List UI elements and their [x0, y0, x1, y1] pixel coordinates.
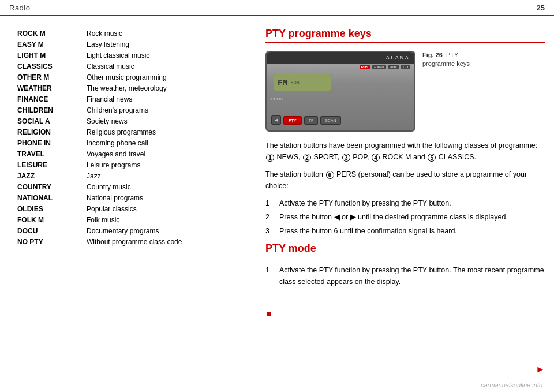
- pty-description: Incoming phone call: [87, 137, 248, 148]
- pty-code: LEISURE: [17, 159, 87, 170]
- step-2: 2 Press the button ◀ or ▶ until the desi…: [265, 211, 545, 223]
- pty-description: Leisure programs: [87, 159, 248, 170]
- pty-description: Society news: [87, 115, 248, 126]
- pty-description: Rock music: [87, 28, 248, 39]
- display-fm: FM: [278, 78, 287, 87]
- table-row: JAZZ Jazz: [17, 170, 248, 181]
- pty-description: Without programme class code: [87, 236, 248, 247]
- radio-bottom-controls: ◀ PTY TF SCAN: [271, 115, 410, 125]
- table-row: NATIONAL National programs: [17, 192, 248, 203]
- pty-description: Other music programming: [87, 72, 248, 83]
- prev-button: ◀: [271, 115, 281, 125]
- pty-keys-description-2: The station button 6 PERS (personal) can…: [265, 169, 545, 192]
- pty-code: FOLK M: [17, 214, 87, 225]
- pty-keys-steps: 1 Activate the PTY function by pressing …: [265, 197, 545, 237]
- left-column: ROCK M Rock music EASY M Easy listening …: [17, 28, 260, 386]
- circle-2: 2: [303, 154, 311, 162]
- next-arrow[interactable]: ►: [536, 364, 545, 375]
- table-row: CHILDREN Children's programs: [17, 104, 248, 115]
- pty-box-btn: PTY: [413, 199, 427, 207]
- pty-code: COUNTRY: [17, 181, 87, 192]
- pty-description: Financial news: [87, 94, 248, 104]
- pty-description: Classical music: [87, 61, 248, 72]
- pty-code: CLASSICS: [17, 61, 87, 72]
- main-content: ROCK M Rock music EASY M Easy listening …: [0, 16, 554, 392]
- pty-code: RELIGION: [17, 126, 87, 137]
- step-3: 3 Press the button 6 until the confirmat…: [265, 225, 545, 237]
- fig-label: Fig. 26: [422, 51, 443, 58]
- tf-button: TF: [304, 116, 319, 125]
- pty-description: National programs: [87, 192, 248, 203]
- step-1-text: Activate the PTY function by pressing th…: [279, 197, 545, 209]
- pty-code: WEATHER: [17, 83, 87, 94]
- step-1-num: 1: [265, 197, 274, 209]
- circle-1: 1: [266, 154, 274, 162]
- pty-description: Jazz: [87, 170, 248, 181]
- pty-code: NO PTY: [17, 236, 87, 247]
- step-2-text: Press the button ◀ or ▶ until the desire…: [279, 211, 545, 223]
- pty-code: FINANCE: [17, 94, 87, 104]
- left-arrow-btn: ◀: [334, 213, 340, 221]
- pty-code: JAZZ: [17, 170, 87, 181]
- six-box-btn: 6: [334, 227, 338, 235]
- pty-description: Easy listening: [87, 39, 248, 50]
- table-row: NO PTY Without programme class code: [17, 236, 248, 247]
- pty-description: Children's programs: [87, 104, 248, 115]
- radio-brand: ALANA: [386, 55, 410, 61]
- pty-description: Popular classics: [87, 203, 248, 214]
- radio-prog-label: PROG: [271, 97, 283, 101]
- pty-code: SOCIAL A: [17, 115, 87, 126]
- table-row: WEATHER The weather, meteorology: [17, 83, 248, 94]
- table-row: TRAVEL Voyages and travel: [17, 148, 248, 159]
- table-row: SOCIAL A Society news: [17, 115, 248, 126]
- pty-code: TRAVEL: [17, 148, 87, 159]
- scan-button: SCAN: [320, 116, 340, 125]
- circle-6: 6: [326, 171, 334, 179]
- pty-mode-box-btn: PTY: [413, 266, 427, 274]
- page-number: 25: [537, 3, 545, 12]
- page-header: Radio 25: [0, 0, 554, 16]
- pty-code: ROCK M: [17, 28, 87, 39]
- right-arrow-btn: ▶: [350, 213, 356, 221]
- pty-description: Country music: [87, 181, 248, 192]
- pty-description: The weather, meteorology: [87, 83, 248, 94]
- table-row: CLASSICS Classical music: [17, 61, 248, 72]
- table-row: LIGHT M Light classical music: [17, 50, 248, 61]
- rds-button: RDS: [360, 65, 370, 69]
- display-freq: 808: [291, 80, 300, 85]
- pty-code: DOCU: [17, 225, 87, 236]
- radio-image: ALANA RDS BAND AUX CD FM 808 PROG ◀: [265, 51, 415, 132]
- step-3-num: 3: [265, 225, 274, 237]
- radio-body: ALANA RDS BAND AUX CD FM 808 PROG ◀: [265, 51, 415, 132]
- band-button: BAND: [372, 65, 385, 69]
- table-row: PHONE IN Incoming phone call: [17, 137, 248, 148]
- pty-keys-title: PTY programme keys: [265, 28, 545, 43]
- pty-description: Documentary programs: [87, 225, 248, 236]
- pty-mode-step-1-num: 1: [265, 264, 274, 288]
- table-row: FOLK M Folk music: [17, 214, 248, 225]
- table-row: RELIGION Religious programmes: [17, 126, 248, 137]
- pty-description: Light classical music: [87, 50, 248, 61]
- step-1: 1 Activate the PTY function by pressing …: [265, 197, 545, 209]
- radio-display: FM 808: [274, 74, 331, 91]
- circle-4: 4: [372, 154, 380, 162]
- pty-description: Religious programmes: [87, 126, 248, 137]
- bullet-marker: [267, 312, 271, 316]
- table-row: EASY M Easy listening: [17, 39, 248, 50]
- circle-5: 5: [428, 154, 436, 162]
- aux-button: AUX: [388, 65, 399, 69]
- table-row: OLDIES Popular classics: [17, 203, 248, 214]
- pty-code: CHILDREN: [17, 104, 87, 115]
- pty-code: OLDIES: [17, 203, 87, 214]
- pty-description: Folk music: [87, 214, 248, 225]
- pty-mode-steps: 1 Activate the PTY function by pressing …: [265, 264, 545, 288]
- cd-button: CD: [401, 65, 410, 69]
- radio-image-container: ALANA RDS BAND AUX CD FM 808 PROG ◀: [265, 51, 545, 132]
- radio-top-bar: ALANA: [267, 52, 414, 64]
- pty-code: PHONE IN: [17, 137, 87, 148]
- table-row: LEISURE Leisure programs: [17, 159, 248, 170]
- table-row: COUNTRY Country music: [17, 181, 248, 192]
- pty-code: OTHER M: [17, 72, 87, 83]
- pty-keys-description: The station buttons have been programmed…: [265, 140, 545, 163]
- fig-caption: Fig. 26 PTY programme keys: [422, 51, 492, 69]
